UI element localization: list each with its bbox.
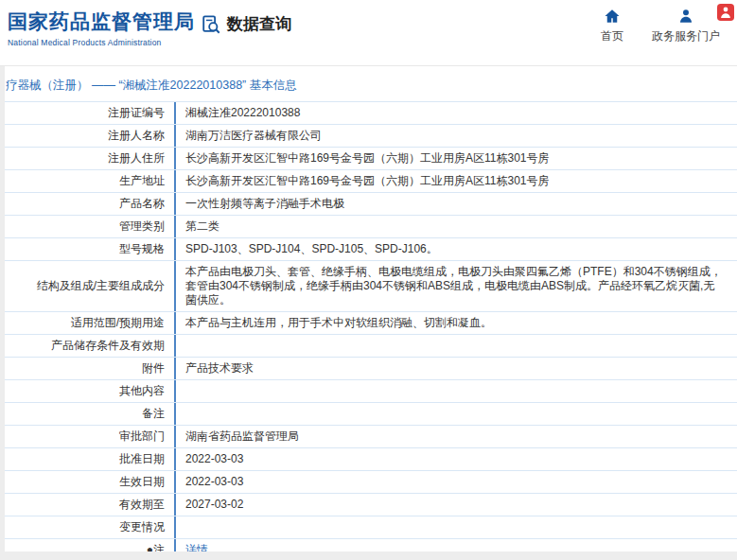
row-value: 2022-03-03	[176, 471, 737, 493]
table-row: 适用范围/预期用途本产品与主机连用，用于手术中对软组织消融、切割和凝血。	[5, 312, 737, 335]
row-value: 本产品由电极刀头、套管、绝缘手柄、电极电缆组成，电极刀头由聚四氟乙烯（PTFE）…	[176, 261, 737, 311]
row-value: 本产品与主机连用，用于手术中对软组织消融、切割和凝血。	[176, 312, 737, 334]
section-title: 数据查询	[227, 13, 291, 35]
row-label: 变更情况	[5, 516, 176, 538]
table-row: 其他内容	[5, 380, 737, 403]
nav-home[interactable]: 首页	[601, 8, 623, 44]
row-label: 注册证编号	[5, 102, 176, 124]
row-value: 湖南省药品监督管理局	[176, 426, 737, 447]
row-label: 注册人名称	[5, 125, 176, 147]
data-query-heading: 数据查询	[201, 13, 291, 35]
nav-home-label: 首页	[601, 28, 623, 44]
table-row: 产品储存条件及有效期	[5, 335, 737, 358]
row-label: 产品储存条件及有效期	[5, 335, 176, 357]
row-label: 有效期至	[5, 494, 176, 516]
row-label: 附件	[5, 358, 176, 379]
table-row: 批准日期2022-03-03	[5, 448, 737, 471]
row-label: 其他内容	[5, 380, 176, 402]
nmpa-logo: 国家药品监督管理局 National Medical Products Admi…	[8, 9, 195, 47]
row-value	[176, 403, 737, 425]
row-value: 湘械注准20222010388	[176, 102, 737, 124]
table-row: 注册人名称湖南万洁医疗器械有限公司	[5, 125, 737, 148]
data-query-icon	[201, 14, 221, 35]
header-nav: 首页 政务服务门户	[601, 8, 720, 44]
row-value: SPD-J103、SPD-J104、SPD-J105、SPD-J106。	[176, 238, 737, 260]
table-row: 产品名称一次性射频等离子消融手术电极	[5, 193, 737, 216]
user-icon	[677, 8, 694, 25]
footer-gutter	[0, 551, 737, 560]
row-label: 注册人住所	[5, 148, 176, 169]
table-row: 备注	[5, 403, 737, 426]
left-gutter	[0, 66, 5, 560]
table-row: 生产地址长沙高新开发区汇智中路169号金号园（六期）工业用房A区11栋301号房	[5, 170, 737, 193]
row-label: 备注	[5, 403, 176, 425]
accessibility-icon[interactable]	[717, 4, 734, 21]
row-value: 第二类	[176, 216, 737, 237]
row-value	[176, 516, 737, 538]
home-icon	[604, 8, 621, 25]
nav-portal[interactable]: 政务服务门户	[652, 8, 720, 44]
table-row: 管理类别第二类	[5, 216, 737, 238]
table-row: 变更情况	[5, 516, 737, 539]
registration-info-table: 注册证编号湘械注准20222010388注册人名称湖南万洁医疗器械有限公司注册人…	[5, 101, 737, 560]
row-value	[176, 380, 737, 402]
row-label: 产品名称	[5, 193, 176, 215]
row-value	[176, 335, 737, 357]
table-row: 注册人住所长沙高新开发区汇智中路169号金号园（六期）工业用房A区11栋301号…	[5, 148, 737, 170]
row-value: 湖南万洁医疗器械有限公司	[176, 125, 737, 147]
row-value: 一次性射频等离子消融手术电极	[176, 193, 737, 215]
row-value: 产品技术要求	[176, 358, 737, 379]
table-row: 有效期至2027-03-02	[5, 494, 737, 516]
row-label: 适用范围/预期用途	[5, 312, 176, 334]
site-title: 国家药品监督管理局	[8, 9, 195, 35]
row-label: 结构及组成/主要组成成分	[5, 261, 176, 311]
row-value: 长沙高新开发区汇智中路169号金号园（六期）工业用房A区11栋301号房	[176, 170, 737, 192]
row-value: 2027-03-02	[176, 494, 737, 516]
table-row: 审批部门湖南省药品监督管理局	[5, 426, 737, 448]
site-header: 国家药品监督管理局 National Medical Products Admi…	[0, 0, 737, 66]
row-label: 型号规格	[5, 238, 176, 260]
row-label: 生效日期	[5, 471, 176, 493]
row-value: 长沙高新开发区汇智中路169号金号园（六期）工业用房A区11栋301号房	[176, 148, 737, 169]
table-row: 注册证编号湘械注准20222010388	[5, 102, 737, 125]
row-label: 批准日期	[5, 448, 176, 470]
site-subtitle: National Medical Products Administration	[8, 38, 195, 47]
row-label: 管理类别	[5, 216, 176, 237]
table-row: 生效日期2022-03-03	[5, 471, 737, 494]
table-row: 型号规格SPD-J103、SPD-J104、SPD-J105、SPD-J106。	[5, 238, 737, 261]
row-label: 审批部门	[5, 426, 176, 447]
content-area: 疗器械（注册） —— “湘械注准20222010388” 基本信息 注册证编号湘…	[5, 66, 737, 560]
table-row: 结构及组成/主要组成成分本产品由电极刀头、套管、绝缘手柄、电极电缆组成，电极刀头…	[5, 261, 737, 312]
breadcrumb: 疗器械（注册） —— “湘械注准20222010388” 基本信息	[5, 66, 737, 101]
row-label: 生产地址	[5, 170, 176, 192]
row-value: 2022-03-03	[176, 448, 737, 470]
nav-portal-label: 政务服务门户	[652, 28, 720, 44]
table-row: 附件产品技术要求	[5, 358, 737, 380]
